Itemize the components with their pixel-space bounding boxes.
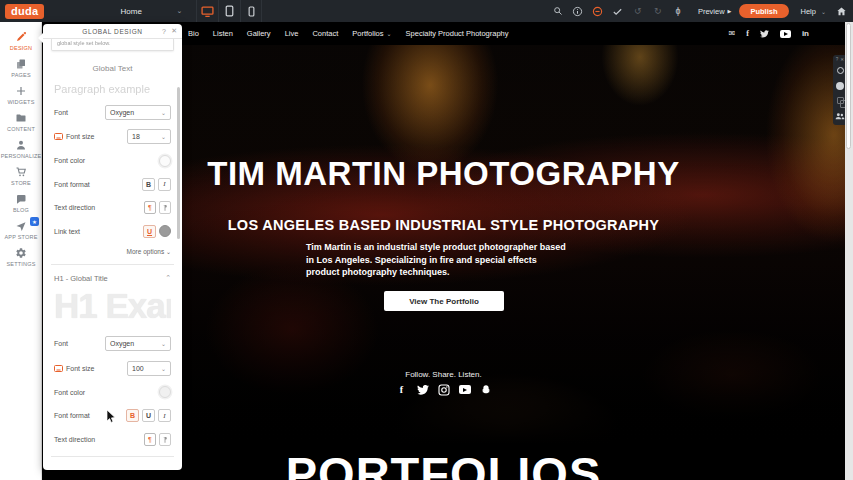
nav-item-gallery[interactable]: Gallery (247, 29, 271, 38)
h1-underline-button[interactable]: U (142, 409, 155, 422)
nav-item-portfolios[interactable]: Portfolios ⌄ (352, 29, 391, 38)
h1-rtl-direction-button[interactable]: ¶ (159, 433, 171, 446)
app-store-icon (15, 220, 27, 232)
facebook-icon[interactable]: f (395, 383, 408, 396)
chevron-down-icon: ⌄ (177, 7, 183, 15)
close-icon[interactable]: ✕ (171, 27, 177, 35)
instagram-icon[interactable] (437, 383, 450, 396)
view-portfolio-button[interactable]: View The Portfolio (384, 291, 504, 311)
person-icon (15, 139, 27, 151)
sidebar-item-pages[interactable]: PAGES (0, 54, 42, 81)
link-color-swatch[interactable] (159, 225, 171, 237)
h1-bold-button[interactable]: B (126, 409, 139, 422)
play-icon: ▶ (728, 8, 732, 14)
sidebar-item-label: WIDGETS (7, 99, 34, 105)
chevron-down-icon: ⌄ (161, 133, 166, 140)
snapchat-icon[interactable] (479, 383, 492, 396)
pages-icon (15, 58, 27, 70)
search-icon[interactable] (548, 0, 568, 22)
bold-button[interactable]: B (142, 178, 155, 191)
font-format-row: Font format B I (54, 177, 171, 191)
font-select[interactable]: Oxygen ⌄ (105, 105, 171, 120)
chevron-down-icon: ⌄ (161, 109, 166, 116)
undo-icon[interactable]: ↺ (628, 0, 648, 22)
duda-logo[interactable]: duda (5, 4, 44, 19)
font-color-swatch[interactable] (159, 155, 171, 167)
h1-font-select[interactable]: Oxygen ⌄ (105, 336, 171, 351)
sidebar-item-design[interactable]: DESIGN (0, 27, 42, 54)
scrolled-partial-card: global style set below. (51, 39, 174, 51)
ltr-direction-button[interactable]: ¶ (144, 201, 156, 214)
youtube-icon[interactable] (780, 30, 791, 38)
chevron-down-icon: ⌄ (387, 30, 392, 37)
sidebar-item-app-store[interactable]: ★ APP STORE (0, 216, 42, 243)
link-text-controls: U (143, 225, 171, 238)
help-icon[interactable]: ? (836, 57, 839, 62)
pencil-icon (15, 31, 27, 43)
sidebar-item-store[interactable]: STORE (0, 162, 42, 189)
preview-button[interactable]: Preview ▶ (698, 7, 732, 16)
comments-icon[interactable] (588, 0, 608, 22)
h1-format-buttons: B U I (126, 409, 171, 422)
sidebar-item-label: SETTINGS (6, 261, 35, 267)
sidebar-item-widgets[interactable]: WIDGETS (0, 81, 42, 108)
hero-description[interactable]: Tim Martin is an industrial style produc… (306, 241, 568, 279)
more-options-link[interactable]: More options ⌄ (54, 248, 171, 255)
h1-font-select-value: Oxygen (110, 340, 134, 347)
h1-font-size-select[interactable]: 100 ⌄ (127, 361, 171, 376)
facebook-icon[interactable]: f (746, 29, 749, 38)
h1-font-format-label: Font format (54, 412, 90, 419)
font-size-label-text: Font size (66, 133, 94, 140)
speech-bubble-icon (15, 193, 27, 205)
cart-icon (15, 166, 27, 178)
email-icon[interactable]: ✉ (729, 29, 736, 38)
publish-button[interactable]: Publish (739, 4, 788, 18)
done-check-icon[interactable] (608, 0, 628, 22)
youtube-icon[interactable] (458, 383, 471, 396)
dev-mode-icon[interactable]: ɸ (668, 0, 688, 22)
page-selector-label: Home (120, 7, 141, 16)
h1-font-color-row: Font color (54, 385, 171, 399)
close-icon[interactable]: ✕ (840, 57, 844, 62)
nav-item-live[interactable]: Live (285, 29, 299, 38)
nav-item-specialty[interactable]: Specialty Product Photography (406, 29, 509, 38)
sidebar-item-label: DESIGN (10, 45, 32, 51)
h1-section-header[interactable]: H1 - Global Title ⌃ (54, 274, 171, 283)
site-nav-items: Bio Listen Gallery Live Contact Portfoli… (188, 29, 509, 38)
font-size-label: Font size (54, 133, 94, 140)
help-dropdown[interactable]: Help ⌄ (801, 7, 826, 16)
info-icon[interactable] (568, 0, 588, 22)
italic-button[interactable]: I (158, 178, 171, 191)
nav-item-contact[interactable]: Contact (312, 29, 338, 38)
help-icon[interactable]: ? (162, 28, 166, 35)
font-size-select[interactable]: 18 ⌄ (127, 129, 171, 144)
site-scrollbar-thumb[interactable] (846, 23, 851, 149)
desktop-device-button[interactable] (196, 0, 218, 22)
nav-item-listen[interactable]: Listen (213, 29, 233, 38)
twitter-icon[interactable] (416, 383, 429, 396)
h1-font-label: Font (54, 340, 68, 347)
page-selector-dropdown[interactable]: Home ⌄ (120, 7, 182, 16)
nav-item-bio[interactable]: Bio (188, 29, 199, 38)
sidebar-item-blog[interactable]: BLOG (0, 189, 42, 216)
h1-italic-button[interactable]: I (158, 409, 171, 422)
site-scrollbar[interactable] (845, 22, 853, 480)
sidebar-item-settings[interactable]: SETTINGS (0, 243, 42, 270)
twitter-icon[interactable] (760, 30, 769, 38)
plus-icon (15, 85, 27, 97)
panel-scrollbar-thumb[interactable] (177, 87, 180, 239)
sidebar-item-label: BLOG (13, 207, 29, 213)
sidebar-item-content[interactable]: CONTENT (0, 108, 42, 135)
h1-font-size-select-value: 100 (132, 365, 144, 372)
dashboard-home-icon[interactable] (836, 6, 847, 17)
tablet-device-button[interactable] (218, 0, 240, 22)
sidebar-item-personalize[interactable]: PERSONALIZE (0, 135, 42, 162)
rtl-direction-button[interactable]: ¶ (159, 201, 171, 214)
direction-buttons: ¶ ¶ (144, 201, 171, 214)
mobile-device-button[interactable] (240, 0, 262, 22)
link-underline-button[interactable]: U (143, 225, 156, 238)
redo-icon[interactable]: ↻ (648, 0, 668, 22)
linkedin-icon[interactable]: in (802, 29, 809, 38)
h1-font-color-swatch[interactable] (159, 386, 171, 398)
h1-ltr-direction-button[interactable]: ¶ (144, 433, 156, 446)
